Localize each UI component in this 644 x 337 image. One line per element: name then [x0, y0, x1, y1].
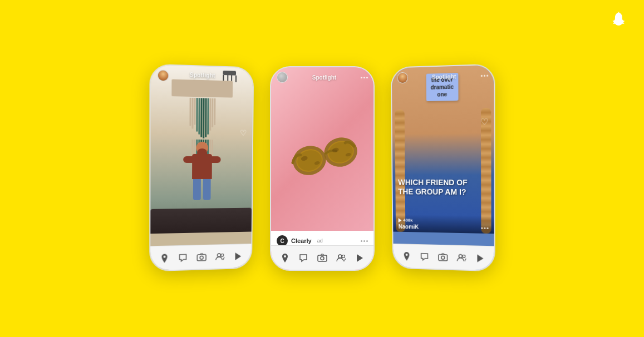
nav-friends-center[interactable] — [335, 252, 346, 264]
which-friend-line2: THE GROUP AM I? — [398, 187, 488, 197]
svg-point-1 — [200, 256, 203, 259]
svg-point-2 — [217, 253, 220, 256]
info-bar-right: 408k NaomiK — [393, 215, 494, 234]
nav-camera-center[interactable] — [316, 252, 327, 264]
nav-bar-right — [393, 244, 494, 270]
spotlight-label-right: Spotlight — [432, 73, 456, 80]
nav-play-center[interactable] — [354, 252, 365, 264]
brand-logo: C — [277, 235, 288, 246]
spotlight-label-left: Spotlight — [189, 72, 215, 79]
snapchat-logo — [611, 10, 631, 32]
braid-left — [395, 109, 405, 232]
center-video-bg: Spotlight — [271, 67, 373, 233]
username-right: NaomiK — [398, 224, 419, 230]
more-dots-right[interactable] — [480, 75, 488, 76]
nav-friends-right[interactable] — [456, 252, 467, 263]
left-video-bg — [150, 65, 253, 234]
nav-chat-right[interactable] — [419, 251, 430, 262]
nav-play-left[interactable] — [232, 250, 243, 261]
screen-left: Spotlight ♡ 148k ♪ Buttercup Staello — [150, 65, 253, 271]
nav-location-left[interactable] — [159, 252, 170, 264]
more-dots-center[interactable] — [360, 77, 367, 78]
right-video-bg: Spotlight the over dramatic one ♡ — [391, 65, 494, 234]
nav-chat-left[interactable] — [177, 252, 188, 263]
nav-friends-left[interactable] — [214, 251, 225, 262]
which-friend-text: WHICH FRIEND OF THE GROUP AM I? — [398, 178, 488, 197]
sticky-text-line3: one — [430, 91, 454, 98]
more-dots-right-bar[interactable] — [481, 227, 488, 229]
svg-rect-0 — [197, 255, 206, 261]
screen-right: Spotlight the over dramatic one ♡ — [391, 65, 494, 271]
which-friend-line1: WHICH FRIEND OF — [398, 178, 488, 187]
phone-center: Spotlight — [270, 66, 375, 271]
play-count-right: 408k — [398, 218, 412, 223]
svg-point-16 — [338, 255, 341, 258]
phone-right: Spotlight the over dramatic one ♡ — [390, 64, 495, 272]
brand-name: Clearly — [291, 237, 312, 244]
heart-icon-right: ♡ — [480, 116, 488, 127]
svg-point-19 — [441, 256, 444, 259]
svg-point-3 — [220, 254, 223, 256]
svg-point-20 — [459, 254, 462, 257]
glasses-image — [283, 125, 364, 186]
avatar-center — [277, 72, 288, 83]
brand-row: C Clearly ad — [277, 235, 323, 246]
nav-location-right[interactable] — [401, 250, 411, 261]
nav-camera-left[interactable] — [196, 251, 207, 262]
spotlight-label-center: Spotlight — [312, 75, 336, 81]
svg-rect-18 — [438, 255, 447, 261]
screen-center: Spotlight — [271, 67, 373, 270]
ad-label: ad — [317, 238, 322, 244]
avatar-left — [157, 70, 168, 81]
svg-point-15 — [320, 257, 323, 260]
phones-container: Spotlight ♡ 148k ♪ Buttercup Staello — [139, 55, 506, 282]
svg-point-17 — [342, 255, 345, 257]
nav-camera-right[interactable] — [437, 251, 448, 262]
nav-location-center[interactable] — [279, 252, 290, 264]
username-row-right: NaomiK — [398, 224, 488, 232]
svg-rect-14 — [317, 255, 326, 261]
spotlight-header-center: Spotlight — [271, 72, 373, 83]
nav-bar-center — [271, 245, 373, 270]
play-icon-right — [398, 218, 401, 222]
avatar-right — [397, 72, 408, 84]
ad-header: C Clearly ad — [277, 235, 368, 246]
sticky-text-line2: dramatic — [430, 83, 454, 91]
heart-icon-left: ♡ — [239, 128, 247, 137]
phone-left: Spotlight ♡ 148k ♪ Buttercup Staello — [149, 64, 254, 272]
nav-bar-left — [150, 244, 251, 270]
person-silhouette — [185, 142, 218, 233]
more-dots-ad[interactable] — [361, 240, 368, 242]
nav-chat-center[interactable] — [298, 252, 309, 264]
nav-play-right[interactable] — [474, 252, 485, 264]
svg-point-21 — [462, 255, 465, 257]
